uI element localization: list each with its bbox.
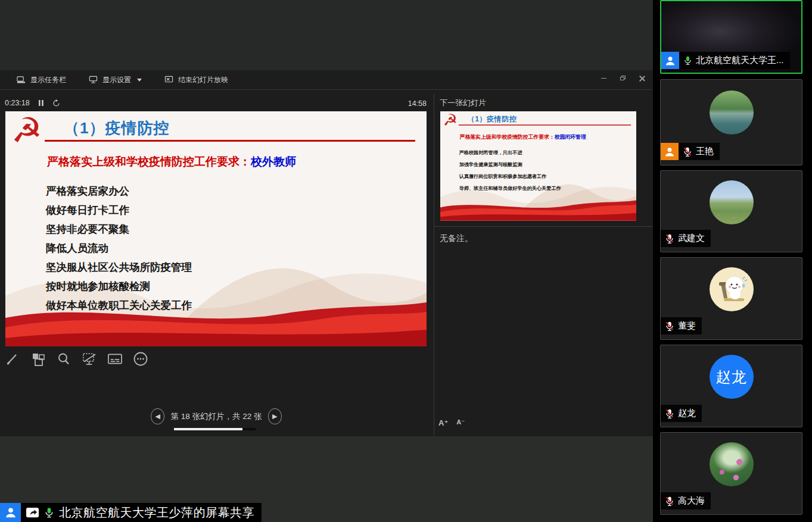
show-taskbar-button[interactable]: 显示任务栏 bbox=[17, 75, 66, 85]
pause-timer-icon[interactable] bbox=[38, 99, 44, 107]
font-increase-button[interactable]: A⁺ bbox=[438, 418, 448, 427]
participant-namebar: 高大海 bbox=[661, 492, 711, 510]
heading-blue-text: 校园闭环管理 bbox=[555, 134, 586, 140]
end-slideshow-button[interactable]: 结束幻灯片放映 bbox=[164, 75, 228, 85]
participant-namebar: 武建文 bbox=[661, 230, 711, 247]
avatar: 赵龙 bbox=[710, 355, 754, 399]
current-time: 14:58 bbox=[375, 99, 427, 108]
slide-bullets: 严格落实居家办公 做好每日打卡工作 坚持非必要不聚集 降低人员流动 坚决服从社区… bbox=[46, 182, 192, 315]
bullet-line: 严格落实居家办公 bbox=[46, 182, 192, 201]
cartoon-treadmill-graphic bbox=[710, 267, 754, 311]
bullet-line: 降低人员流动 bbox=[46, 239, 192, 258]
avatar bbox=[710, 180, 754, 224]
notes-font-controls: A⁺ A⁻ bbox=[438, 418, 465, 427]
taskbar-icon bbox=[17, 76, 26, 84]
participant-namebar: 董斐 bbox=[661, 317, 702, 335]
red-ribbon-graphic bbox=[440, 198, 636, 221]
screen-share-region: 显示任务栏 显示设置 结束幻灯片放映 bbox=[0, 0, 653, 522]
participant-tile[interactable]: 高大海 bbox=[660, 432, 802, 515]
participant-namebar: 北京航空航天大学王... bbox=[661, 52, 790, 69]
pen-icon[interactable] bbox=[5, 351, 20, 367]
participant-tile[interactable]: 赵龙 赵龙 bbox=[660, 345, 802, 427]
end-slideshow-label: 结束幻灯片放映 bbox=[178, 75, 228, 85]
heading-red-text: 严格落实上级和学校疫情防控工作要求： bbox=[47, 155, 251, 168]
title-underline bbox=[459, 124, 631, 125]
display-settings-button[interactable]: 显示设置 bbox=[89, 75, 142, 85]
bullet-line: 做好每日打卡工作 bbox=[46, 201, 192, 220]
next-slide-preview: ☭ （1）疫情防控 严格落实上级和学校疫情防控工作要求：校园闭环管理 严格校园封… bbox=[440, 111, 636, 221]
presenter-toolbar: 显示任务栏 显示设置 结束幻灯片放映 bbox=[0, 70, 653, 90]
slide-sorter-icon[interactable] bbox=[30, 351, 46, 367]
window-controls bbox=[597, 70, 648, 86]
slide-heading: 严格落实上级和学校疫情防控工作要求：校园闭环管理 bbox=[460, 133, 586, 140]
person-icon bbox=[664, 146, 676, 158]
mic-muted-icon bbox=[665, 320, 674, 332]
next-slide-thumbnail: ☭ （1）疫情防控 严格落实上级和学校疫情防控工作要求：校园闭环管理 严格校园封… bbox=[440, 111, 636, 221]
end-slideshow-icon bbox=[164, 76, 173, 84]
avatar bbox=[710, 267, 754, 311]
slide-heading: 严格落实上级和学校疫情防控工作要求：校外教师 bbox=[47, 154, 296, 170]
participant-tile[interactable]: 武建文 bbox=[660, 170, 802, 252]
heading-red-text: 严格落实上级和学校疫情防控工作要求： bbox=[460, 134, 555, 140]
slide-progress-bar[interactable] bbox=[174, 428, 256, 430]
current-slide-area[interactable]: ☭ （1）疫情防控 严格落实上级和学校疫情防控工作要求：校外教师 严格落实居家办… bbox=[5, 111, 427, 346]
participant-tile[interactable]: 董斐 bbox=[660, 257, 802, 340]
shared-desktop-background bbox=[0, 0, 653, 70]
panel-divider bbox=[434, 94, 434, 436]
participant-tile-host[interactable]: 北京航空航天大学王... bbox=[660, 0, 802, 74]
elapsed-timer: 0:23:18 bbox=[5, 99, 30, 107]
slide-bullets: 严格校园封闭管理，只出不进 加强学生健康监测与核酸监测 认真履行岗位职责和积极参… bbox=[459, 147, 561, 195]
font-decrease-button[interactable]: A⁻ bbox=[456, 418, 465, 427]
chevron-down-icon bbox=[137, 79, 142, 82]
subtitles-icon[interactable] bbox=[107, 351, 123, 367]
bullet-line: 坚持非必要不聚集 bbox=[46, 220, 192, 239]
restart-timer-icon[interactable] bbox=[52, 99, 60, 107]
participant-name: 王艳 bbox=[696, 146, 714, 157]
person-icon bbox=[4, 506, 17, 519]
bullet-line: 坚决服从社区公共场所防疫管理 bbox=[46, 258, 192, 277]
close-icon[interactable] bbox=[635, 72, 648, 84]
heading-blue-text: 校外教师 bbox=[251, 155, 296, 168]
screen-share-icon bbox=[26, 507, 39, 519]
screen-share-banner: 北京航空航天大学王少萍的屏幕共享 bbox=[0, 503, 262, 522]
show-taskbar-label: 显示任务栏 bbox=[30, 75, 66, 85]
current-slide: ☭ （1）疫情防控 严格落实上级和学校疫情防控工作要求：校外教师 严格落实居家办… bbox=[5, 111, 427, 346]
avatar bbox=[710, 90, 754, 135]
next-slide-label: 下一张幻灯片 bbox=[440, 98, 486, 108]
screen-share-label: 北京航空航天大学王少萍的屏幕共享 bbox=[21, 503, 262, 522]
participants-sidebar: 北京航空航天大学王... 王艳 bbox=[653, 0, 812, 522]
minimize-icon[interactable] bbox=[597, 72, 610, 84]
black-screen-icon[interactable] bbox=[82, 351, 97, 367]
participant-name: 高大海 bbox=[678, 495, 705, 507]
display-settings-icon bbox=[89, 76, 98, 84]
share-banner-text: 北京航空航天大学王少萍的屏幕共享 bbox=[59, 505, 254, 521]
restore-icon[interactable] bbox=[616, 72, 629, 84]
party-emblem-icon: ☭ bbox=[11, 111, 42, 149]
participant-name: 北京航空航天大学王... bbox=[696, 55, 784, 66]
more-options-icon[interactable] bbox=[133, 351, 148, 367]
mic-on-icon bbox=[44, 507, 54, 518]
mic-muted-icon bbox=[665, 233, 674, 245]
bullet-line: 导师、班主任和辅导员做好学生的关心关爱工作 bbox=[459, 183, 561, 195]
participant-tile[interactable]: 王艳 bbox=[660, 79, 802, 165]
annotation-toolbar bbox=[5, 351, 148, 367]
meeting-app: 显示任务栏 显示设置 结束幻灯片放映 bbox=[0, 0, 812, 522]
participant-name: 董斐 bbox=[678, 320, 696, 332]
display-settings-label: 显示设置 bbox=[102, 75, 131, 85]
previous-slide-button[interactable]: ◀ bbox=[151, 408, 164, 424]
bullet-line: 加强学生健康监测与核酸监测 bbox=[459, 159, 561, 171]
mic-muted-icon bbox=[665, 408, 674, 420]
person-badge bbox=[0, 503, 21, 522]
mic-on-icon bbox=[683, 55, 692, 66]
participant-namebar: 王艳 bbox=[661, 143, 720, 160]
slide-counter: 第 18 张幻灯片，共 22 张 bbox=[170, 411, 262, 422]
slide-navigation: ◀ 第 18 张幻灯片，共 22 张 ▶ bbox=[151, 408, 282, 430]
mic-muted-icon bbox=[683, 146, 692, 158]
notes-divider bbox=[434, 226, 653, 227]
zoom-icon[interactable] bbox=[56, 351, 71, 367]
bullet-line: 认真履行岗位职责和积极参加志愿者工作 bbox=[459, 171, 561, 183]
timer-row: 0:23:18 bbox=[5, 99, 60, 107]
next-slide-button[interactable]: ▶ bbox=[268, 408, 282, 424]
title-underline bbox=[45, 140, 415, 142]
speaker-notes: 无备注。 bbox=[440, 233, 473, 244]
